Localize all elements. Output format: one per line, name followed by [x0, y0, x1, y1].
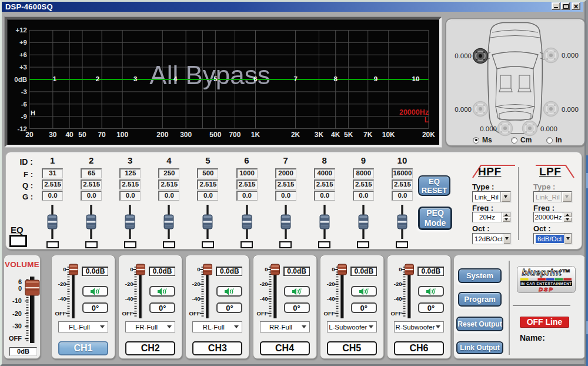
eq-band-q-input[interactable]: 2.515 — [158, 179, 179, 189]
channel-select-button[interactable]: CH2 — [125, 341, 175, 355]
hpf-oct-dropdown-icon[interactable] — [503, 234, 510, 244]
hpf-type-dropdown-icon[interactable] — [500, 192, 510, 202]
channel-gain-value[interactable]: 0.0dB — [82, 267, 108, 276]
channel-select-button[interactable]: CH4 — [260, 341, 310, 355]
system-button[interactable]: System — [458, 268, 502, 283]
eq-band-bypass-checkbox[interactable] — [85, 241, 98, 248]
eq-band-gain-slider[interactable] — [274, 204, 298, 239]
channel-mute-button[interactable] — [418, 286, 444, 297]
eq-band-bypass-checkbox[interactable] — [318, 241, 330, 248]
radio-cm-icon[interactable] — [511, 137, 517, 144]
eq-band-gain-input[interactable]: 0.0 — [353, 191, 374, 201]
channel-mute-button[interactable] — [82, 286, 108, 297]
channel-gain-fader[interactable]: 0-20-40OFF — [121, 261, 148, 321]
eq-band-gain-slider[interactable] — [196, 204, 219, 239]
eq-band-marker[interactable]: 9 — [374, 75, 377, 82]
eq-band-gain-input[interactable]: 0.0 — [197, 191, 218, 201]
eq-band-gain-input[interactable]: 0.0 — [42, 191, 63, 201]
channel-gain-fader[interactable]: 0-20-40OFF — [389, 261, 416, 321]
channel-select-button[interactable]: CH3 — [192, 341, 242, 355]
eq-band-bypass-checkbox[interactable] — [124, 241, 136, 248]
eq-band-freq-input[interactable]: 4000 — [314, 168, 335, 178]
eq-band-freq-input[interactable]: 2000 — [275, 168, 296, 178]
lpf-freq-spin-buttons[interactable] — [563, 212, 572, 222]
channel-gain-fader[interactable]: 0-20-40OFF — [188, 261, 215, 321]
lpf-oct-dropdown-icon[interactable] — [564, 234, 572, 244]
hpf-type-select[interactable]: Link_Ril — [472, 191, 511, 202]
eq-band-freq-input[interactable]: 31 — [42, 168, 63, 178]
hpf-freq-value[interactable]: 20Hz — [473, 214, 502, 221]
channel-phase-button[interactable]: 0° — [284, 302, 310, 313]
lpf-freq-spinner[interactable]: 20000Hz — [533, 212, 572, 222]
channel-gain-value[interactable]: 0.0dB — [283, 267, 310, 276]
link-output-button[interactable]: Link Output — [456, 341, 503, 354]
eq-band-gain-slider[interactable] — [157, 204, 181, 239]
eq-band-marker[interactable]: 10 — [412, 75, 420, 82]
lpf-graph-handle[interactable]: L — [425, 116, 429, 124]
channel-phase-button[interactable]: 0° — [82, 302, 108, 313]
eq-band-marker[interactable]: 3 — [133, 75, 137, 82]
eq-band-marker[interactable]: 1 — [53, 75, 57, 82]
speaker-icon-rear-left[interactable] — [473, 102, 488, 117]
channel-select-button[interactable]: CH6 — [394, 341, 444, 355]
eq-band-q-input[interactable]: 2.515 — [197, 179, 218, 189]
speaker-icon-sub-right[interactable] — [523, 121, 537, 136]
eq-band-q-input[interactable]: 2.515 — [81, 179, 102, 189]
eq-band-marker[interactable]: 7 — [293, 75, 297, 82]
eq-response-graph[interactable]: +12+9+6+30dB-3-6-9-122030405070100200300… — [5, 17, 442, 147]
minimize-button[interactable] — [552, 2, 560, 10]
eq-reset-button[interactable]: EQ RESET — [418, 175, 450, 196]
speaker-icon-sub-left[interactable] — [498, 121, 513, 136]
eq-band-marker[interactable]: 4 — [173, 75, 178, 82]
eq-band-freq-input[interactable]: 65 — [81, 168, 102, 178]
eq-band-q-input[interactable]: 2.515 — [353, 179, 374, 189]
eq-band-gain-slider[interactable] — [235, 204, 259, 239]
eq-band-gain-input[interactable]: 0.0 — [119, 191, 141, 201]
radio-in-icon[interactable] — [546, 137, 553, 144]
channel-select-button[interactable]: CH1 — [58, 341, 108, 355]
reset-output-button[interactable]: Reset Output — [456, 317, 503, 331]
eq-band-gain-slider[interactable] — [313, 204, 336, 239]
eq-band-bypass-checkbox[interactable] — [46, 241, 59, 248]
channel-source-select[interactable]: RL-Full — [192, 321, 242, 332]
channel-phase-button[interactable]: 0° — [149, 302, 175, 313]
eq-band-gain-slider[interactable] — [118, 204, 142, 239]
channel-source-select[interactable]: FL-Full — [58, 321, 108, 332]
channel-gain-fader[interactable]: 0-20-40OFF — [54, 261, 81, 321]
eq-band-q-input[interactable]: 2.515 — [42, 179, 63, 189]
maximize-button[interactable] — [561, 2, 570, 10]
program-button[interactable]: Program — [458, 292, 502, 307]
eq-band-gain-input[interactable]: 0.0 — [392, 191, 413, 201]
eq-band-freq-input[interactable]: 125 — [119, 168, 141, 178]
eq-band-freq-input[interactable]: 500 — [197, 168, 218, 178]
master-volume-fader[interactable]: 60-10-20-30OFF — [8, 271, 41, 345]
channel-mute-button[interactable] — [149, 286, 175, 297]
eq-band-gain-input[interactable]: 0.0 — [275, 191, 296, 201]
eq-band-bypass-checkbox[interactable] — [202, 241, 214, 248]
eq-band-marker[interactable]: 5 — [213, 75, 218, 82]
channel-phase-button[interactable]: 0° — [418, 302, 444, 313]
eq-band-freq-input[interactable]: 1000 — [236, 168, 258, 178]
unit-in[interactable]: In — [546, 136, 562, 144]
channel-gain-value[interactable]: 0.0dB — [417, 267, 444, 276]
channel-mute-button[interactable] — [351, 286, 377, 297]
channel-source-select[interactable]: L-Subwoofer — [327, 321, 377, 332]
channel-select-button[interactable]: CH5 — [327, 341, 377, 355]
eq-band-bypass-checkbox[interactable] — [357, 241, 369, 248]
eq-band-marker[interactable]: 2 — [96, 75, 99, 82]
lpf-freq-value[interactable]: 20000Hz — [534, 214, 563, 221]
channel-phase-button[interactable]: 0° — [351, 302, 377, 313]
eq-band-gain-input[interactable]: 0.0 — [158, 191, 179, 201]
eq-band-q-input[interactable]: 2.515 — [119, 179, 141, 189]
eq-band-bypass-checkbox[interactable] — [279, 241, 292, 248]
channel-gain-value[interactable]: 0.0dB — [149, 267, 175, 276]
volume-value[interactable]: 0dB — [9, 347, 37, 356]
speaker-icon-rear-right[interactable] — [544, 102, 559, 117]
eq-band-marker[interactable]: 6 — [253, 75, 257, 82]
hpf-graph-handle[interactable]: H — [31, 109, 35, 117]
close-button[interactable]: ✕ — [572, 2, 580, 10]
peq-mode-button[interactable]: PEQ Mode — [418, 207, 452, 230]
eq-band-freq-input[interactable]: 16000 — [392, 168, 413, 178]
channel-source-select[interactable]: R-Subwoofer — [394, 321, 444, 332]
channel-phase-button[interactable]: 0° — [216, 302, 242, 313]
